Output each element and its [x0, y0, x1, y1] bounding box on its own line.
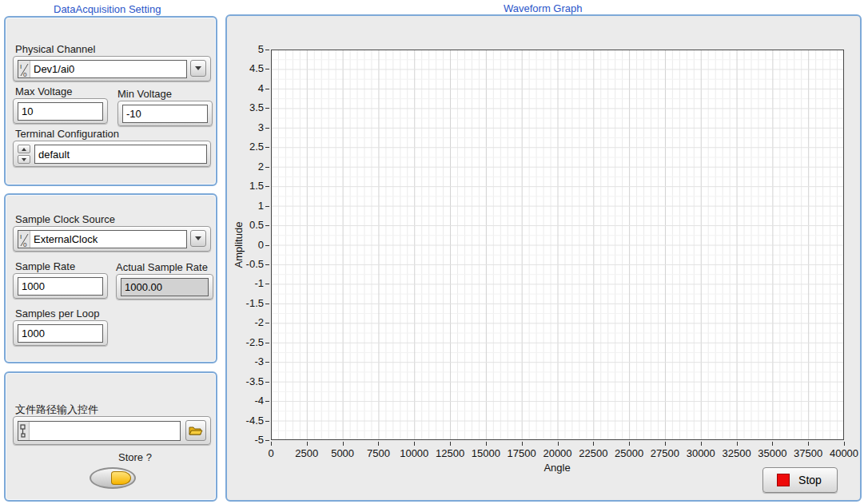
file-path-control: [13, 416, 211, 445]
physical-channel-input[interactable]: [30, 63, 186, 75]
x-tick-mark: [772, 442, 773, 446]
svg-text:0: 0: [23, 71, 27, 77]
y-tick-label: 1: [230, 200, 264, 212]
file-path-field[interactable]: [18, 421, 181, 441]
waveform-graph-panel: Amplitude Angle Stop 54.543.532.521.510.…: [225, 14, 862, 502]
y-tick-mark: [265, 264, 269, 265]
store-toggle[interactable]: [90, 467, 136, 489]
increment-button[interactable]: [18, 145, 30, 153]
sample-clock-source-field[interactable]: I 0: [18, 230, 187, 248]
sample-rate-field[interactable]: [18, 277, 103, 296]
actual-sample-rate-indicator: [116, 274, 213, 300]
chevron-down-icon: [195, 66, 201, 70]
file-path-label: 文件路径输入控件: [15, 403, 98, 417]
svg-text:I: I: [20, 233, 22, 240]
min-voltage-field[interactable]: [122, 105, 208, 123]
daq-setting-title: DataAcquisition Setting: [54, 3, 161, 15]
triangle-down-icon: [22, 158, 26, 161]
actual-sample-rate-field: [121, 278, 209, 296]
y-tick-label: 4: [230, 82, 264, 94]
samples-per-loop-control: [13, 320, 108, 346]
file-store-panel: 文件路径输入控件 Store ?: [4, 371, 217, 502]
x-tick-mark: [486, 442, 487, 446]
sample-clock-source-input[interactable]: [30, 233, 186, 245]
sample-rate-label: Sample Rate: [15, 260, 75, 272]
y-tick-label: -4.5: [230, 415, 264, 427]
max-voltage-label: Max Voltage: [15, 85, 73, 97]
x-tick-mark: [665, 442, 666, 446]
samples-per-loop-label: Samples per Loop: [15, 308, 100, 319]
y-tick-mark: [265, 304, 269, 304]
y-tick-mark: [265, 206, 269, 207]
terminal-configuration-input[interactable]: [35, 149, 206, 161]
y-tick-label: -0.5: [230, 258, 264, 270]
min-voltage-label: Min Voltage: [117, 88, 172, 100]
decrement-button[interactable]: [18, 155, 30, 164]
terminal-configuration-field[interactable]: [34, 145, 207, 164]
waveform-graph-title: Waveform Graph: [504, 2, 583, 14]
physical-channel-label: Physical Channel: [15, 43, 95, 55]
sample-rate-input[interactable]: [18, 280, 102, 292]
y-tick-label: -5: [230, 434, 264, 446]
x-tick-label: 40000: [818, 447, 864, 459]
sample-clock-source-dropdown-button[interactable]: [190, 230, 206, 247]
x-axis-label: Angle: [532, 462, 583, 474]
x-tick-mark: [629, 442, 630, 446]
stop-button-label: Stop: [790, 474, 837, 486]
x-tick-mark: [844, 442, 845, 446]
y-tick-label: -3.5: [230, 375, 264, 387]
y-tick-label: 5: [230, 43, 264, 55]
chevron-down-icon: [195, 236, 201, 240]
samples-per-loop-field[interactable]: [18, 324, 103, 343]
x-tick-mark: [343, 442, 344, 446]
max-voltage-control: [13, 98, 108, 124]
max-voltage-field[interactable]: [18, 102, 103, 121]
stop-button[interactable]: Stop: [762, 467, 838, 493]
svg-text:I: I: [20, 63, 22, 70]
y-tick-mark: [265, 147, 269, 148]
sample-clock-panel: Sample Clock Source I 0 Sample Rate Actu: [4, 193, 217, 363]
y-tick-label: 2.5: [230, 141, 264, 153]
physical-channel-field[interactable]: I 0: [18, 60, 187, 78]
y-tick-label: 3.5: [230, 101, 264, 113]
y-tick-mark: [265, 225, 269, 226]
y-tick-label: -1.5: [230, 297, 264, 309]
path-glyph-icon: [18, 422, 30, 440]
x-tick-mark: [378, 442, 379, 446]
y-tick-mark: [265, 382, 269, 383]
samples-per-loop-input[interactable]: [18, 327, 102, 339]
y-tick-mark: [265, 362, 269, 363]
sample-clock-source-label: Sample Clock Source: [15, 213, 115, 225]
toggle-knob: [111, 471, 131, 485]
x-tick-mark: [558, 442, 559, 446]
y-tick-mark: [265, 186, 269, 187]
io-name-icon: I 0: [18, 61, 30, 77]
terminal-configuration-control: [13, 141, 211, 167]
min-voltage-control: [117, 101, 213, 126]
physical-channel-dropdown-button[interactable]: [190, 60, 206, 77]
x-tick-mark: [271, 442, 272, 446]
y-tick-mark: [265, 284, 269, 284]
y-tick-mark: [265, 440, 269, 441]
y-tick-mark: [265, 108, 269, 109]
max-voltage-input[interactable]: [18, 105, 102, 117]
y-tick-mark: [265, 89, 269, 89]
plot-area: [271, 50, 844, 440]
y-tick-label: 3: [230, 121, 264, 133]
actual-sample-rate-value: [121, 281, 208, 293]
y-tick-mark: [265, 343, 269, 343]
store-label: Store ?: [118, 451, 152, 463]
x-tick-mark: [414, 442, 415, 446]
min-voltage-input[interactable]: [123, 108, 207, 120]
y-tick-mark: [265, 128, 269, 129]
browse-button[interactable]: [185, 420, 206, 441]
x-tick-mark: [701, 442, 702, 446]
daq-channel-panel: Physical Channel I 0 Max Voltage Min Vol: [4, 16, 217, 186]
y-tick-mark: [265, 421, 269, 422]
y-tick-mark: [265, 69, 269, 69]
file-path-input[interactable]: [30, 425, 180, 437]
y-tick-label: -2.5: [230, 336, 264, 348]
y-tick-mark: [265, 401, 269, 402]
terminal-configuration-label: Terminal Configuration: [15, 128, 119, 140]
x-tick-mark: [737, 442, 738, 446]
